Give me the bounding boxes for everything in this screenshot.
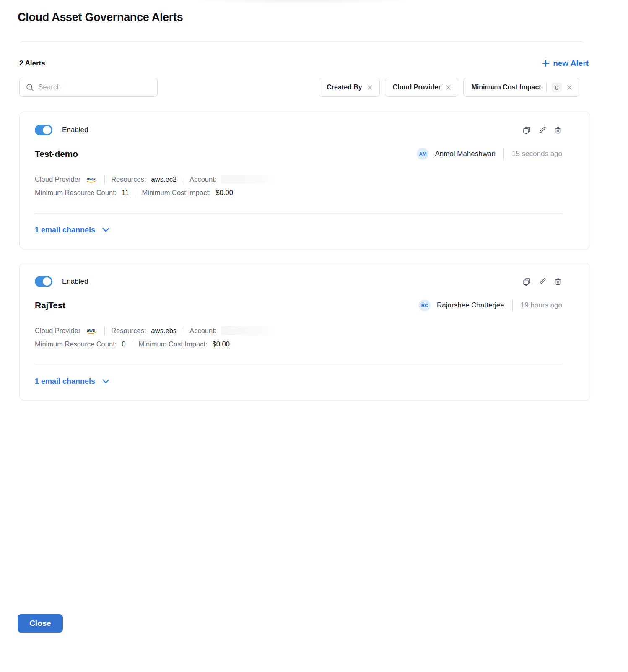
new-alert-label: new Alert — [553, 59, 589, 68]
filter-chip-label: Cloud Provider — [393, 83, 441, 91]
page-title: Cloud Asset Governance Alerts — [18, 11, 628, 24]
alert-owner: AM Anmol Maheshwari 15 seconds ago — [417, 148, 562, 160]
svg-text:aws: aws — [87, 176, 95, 181]
remove-filter-icon[interactable] — [446, 85, 451, 90]
account-value-redacted — [221, 175, 277, 184]
min-resource-count-value: 11 — [122, 189, 129, 197]
account-value-redacted — [221, 326, 277, 335]
email-channels-expander[interactable]: 1 email channels — [35, 226, 109, 234]
email-channels-label: 1 email channels — [35, 226, 95, 234]
separator — [104, 327, 105, 335]
resources-label: Resources: — [111, 175, 146, 183]
email-channels-expander[interactable]: 1 email channels — [35, 377, 109, 386]
alert-name: RajTest — [35, 300, 65, 310]
enabled-toggle[interactable] — [35, 125, 52, 135]
toggle-knob — [43, 277, 51, 286]
separator — [104, 175, 105, 183]
alert-details: Cloud Provider aws Resources: aws.ebs Ac… — [35, 324, 562, 351]
min-cost-impact-label: Minimum Cost Impact: — [139, 340, 208, 348]
separator — [503, 148, 504, 159]
account-label: Account: — [189, 175, 216, 183]
filter-chip-label: Minimum Cost Impact — [471, 83, 541, 91]
resources-label: Resources: — [111, 327, 146, 335]
alert-card-list: Enabled Test-demo AM — [19, 112, 628, 401]
close-button[interactable]: Close — [18, 614, 63, 633]
min-resource-count-value: 0 — [122, 340, 125, 348]
min-resource-count-label: Minimum Resource Count: — [35, 189, 117, 197]
alert-card: Enabled RajTest RC — [19, 263, 590, 401]
updated-timestamp: 15 seconds ago — [512, 150, 562, 158]
search-input[interactable] — [38, 83, 151, 91]
alert-actions — [522, 126, 562, 135]
email-channels-label: 1 email channels — [35, 377, 95, 386]
filter-chip-label: Created By — [327, 83, 362, 91]
updated-timestamp: 19 hours ago — [521, 301, 562, 310]
delete-alert-icon — [554, 126, 562, 134]
separator — [183, 327, 183, 335]
min-cost-impact-label: Minimum Cost Impact: — [142, 189, 210, 197]
separator — [512, 300, 513, 311]
alerts-count: 2 Alerts — [19, 59, 45, 68]
delete-alert-button[interactable] — [554, 277, 562, 286]
toggle-knob — [43, 126, 51, 134]
enabled-toggle[interactable] — [35, 276, 52, 287]
edit-alert-button[interactable] — [538, 126, 547, 134]
search-box[interactable] — [19, 78, 158, 97]
min-cost-impact-value: $0.00 — [216, 189, 233, 197]
cloud-provider-label: Cloud Provider — [35, 327, 80, 335]
min-cost-impact-value: $0.00 — [213, 340, 230, 348]
edit-alert-button[interactable] — [538, 277, 547, 286]
account-label: Account: — [189, 327, 216, 335]
owner-name: Anmol Maheshwari — [435, 150, 496, 158]
alert-details: Cloud Provider aws Resources: aws.ec2 Ac… — [35, 172, 562, 199]
separator — [132, 340, 132, 348]
plus-icon — [542, 60, 550, 67]
separator — [135, 189, 135, 197]
separator — [183, 175, 183, 183]
filter-chip-created-by[interactable]: Created By — [319, 78, 379, 97]
edit-alert-icon — [538, 277, 547, 286]
toolbar: 2 Alerts new Alert Created By Cloud Prov… — [19, 59, 579, 97]
aws-logo: aws — [86, 327, 98, 335]
title-divider — [22, 41, 582, 42]
aws-logo: aws — [86, 176, 98, 184]
avatar: AM — [417, 148, 428, 160]
remove-filter-icon[interactable] — [567, 85, 572, 90]
alert-enabled-control: Enabled — [35, 125, 88, 135]
duplicate-alert-button[interactable] — [522, 277, 531, 286]
filter-chips: Created By Cloud Provider Minimum Cost I… — [319, 78, 579, 97]
new-alert-button[interactable]: new Alert — [542, 59, 589, 68]
remove-filter-icon[interactable] — [367, 85, 373, 90]
min-resource-count-label: Minimum Resource Count: — [35, 340, 117, 348]
cloud-provider-label: Cloud Provider — [35, 175, 80, 183]
alert-owner: RC Rajarshee Chatterjee 19 hours ago — [419, 300, 562, 311]
owner-name: Rajarshee Chatterjee — [437, 301, 504, 310]
delete-alert-icon — [554, 277, 562, 286]
alert-enabled-control: Enabled — [35, 276, 88, 287]
filter-chip-value: 0 — [552, 83, 562, 92]
cloud-asset-governance-alerts-panel: Cloud Asset Governance Alerts 2 Alerts n… — [0, 0, 628, 633]
chevron-down-icon — [102, 379, 109, 384]
alert-name: Test-demo — [35, 149, 78, 159]
alert-card: Enabled Test-demo AM — [19, 112, 590, 249]
delete-alert-button[interactable] — [554, 126, 562, 134]
svg-text:aws: aws — [87, 328, 95, 333]
alert-actions — [522, 277, 562, 286]
resources-value: aws.ec2 — [151, 175, 177, 183]
duplicate-alert-icon — [522, 277, 531, 286]
filter-chip-cloud-provider[interactable]: Cloud Provider — [385, 78, 459, 97]
enabled-label: Enabled — [62, 277, 88, 286]
duplicate-alert-button[interactable] — [522, 126, 531, 135]
card-divider — [35, 213, 562, 214]
enabled-label: Enabled — [62, 126, 88, 134]
avatar: RC — [419, 300, 431, 311]
search-icon — [26, 83, 34, 91]
filter-chip-minimum-cost-impact[interactable]: Minimum Cost Impact 0 — [463, 78, 579, 97]
resources-value: aws.ebs — [151, 327, 177, 335]
edit-alert-icon — [538, 126, 547, 134]
chevron-down-icon — [102, 228, 109, 232]
card-divider — [35, 365, 562, 365]
chip-separator — [546, 83, 547, 92]
duplicate-alert-icon — [522, 126, 531, 135]
